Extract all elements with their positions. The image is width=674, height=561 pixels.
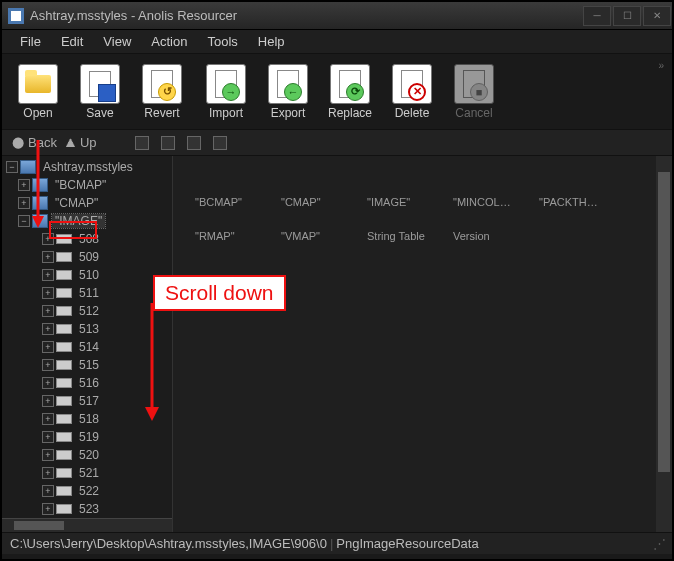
image-resource-icon (56, 450, 72, 460)
tree-image-item[interactable]: +511 (4, 284, 172, 302)
tree-image-item[interactable]: +515 (4, 356, 172, 374)
image-resource-icon (56, 288, 72, 298)
revert-button[interactable]: ↺ Revert (134, 64, 190, 120)
menu-tools[interactable]: Tools (197, 31, 247, 52)
grid-item[interactable]: "CMAP" (281, 196, 343, 208)
menu-help[interactable]: Help (248, 31, 295, 52)
tree-group-cmap[interactable]: + "CMAP" (4, 194, 172, 212)
tree-group-bcmap[interactable]: + "BCMAP" (4, 176, 172, 194)
expand-icon[interactable]: + (42, 359, 54, 371)
save-button[interactable]: Save (72, 64, 128, 120)
replace-icon: ⟳ (330, 64, 370, 104)
maximize-button[interactable]: ☐ (613, 6, 641, 26)
tree-group-image[interactable]: − "IMAGE" (4, 212, 172, 230)
tree-image-item[interactable]: +509 (4, 248, 172, 266)
minimize-button[interactable]: ─ (583, 6, 611, 26)
up-arrow-icon: ⯅ (65, 137, 76, 149)
tree-image-item[interactable]: +521 (4, 464, 172, 482)
view-small-icons[interactable] (161, 136, 175, 150)
toolbar-overflow-icon[interactable]: » (658, 60, 664, 71)
delete-icon: ✕ (392, 64, 432, 104)
grid-item[interactable]: "IMAGE" (367, 196, 429, 208)
expand-icon[interactable]: + (42, 485, 54, 497)
image-resource-icon (56, 414, 72, 424)
open-button[interactable]: Open (10, 64, 66, 120)
view-large-icons[interactable] (135, 136, 149, 150)
collapse-icon[interactable]: − (6, 161, 18, 173)
grid-item[interactable]: "PACKTHE... (539, 196, 601, 208)
tree-image-item[interactable]: +519 (4, 428, 172, 446)
collapse-icon[interactable]: − (18, 215, 30, 227)
tree-root[interactable]: − Ashtray.msstyles (4, 158, 172, 176)
tree-image-item[interactable]: +520 (4, 446, 172, 464)
grid-item[interactable]: "BCMAP" (195, 196, 257, 208)
import-label: Import (209, 106, 243, 120)
expand-icon[interactable]: + (42, 269, 54, 281)
tree-label: 520 (76, 448, 102, 462)
tree-image-item[interactable]: +508 (4, 230, 172, 248)
expand-icon[interactable]: + (42, 305, 54, 317)
export-label: Export (271, 106, 306, 120)
grid-item[interactable]: String Table (367, 230, 429, 242)
expand-icon[interactable]: + (42, 323, 54, 335)
image-resource-icon (56, 252, 72, 262)
save-label: Save (86, 106, 113, 120)
grid-item[interactable]: "MINCOLO... (453, 196, 515, 208)
revert-icon: ↺ (142, 64, 182, 104)
expand-icon[interactable]: + (42, 395, 54, 407)
expand-icon[interactable]: + (42, 251, 54, 263)
delete-button[interactable]: ✕ Delete (384, 64, 440, 120)
expand-icon[interactable]: + (42, 377, 54, 389)
expand-icon[interactable]: + (42, 449, 54, 461)
tree-label: "IMAGE" (52, 214, 105, 228)
expand-icon[interactable]: + (42, 503, 54, 515)
expand-icon[interactable]: + (18, 179, 30, 191)
export-icon: ← (268, 64, 308, 104)
tree-image-item[interactable]: +523 (4, 500, 172, 518)
menu-file[interactable]: File (10, 31, 51, 52)
resize-grip-icon[interactable]: ⋰ (653, 536, 664, 551)
image-resource-icon (56, 486, 72, 496)
expand-icon[interactable]: + (42, 233, 54, 245)
window-controls: ─ ☐ ✕ (582, 6, 672, 26)
menu-view[interactable]: View (93, 31, 141, 52)
image-resource-icon (56, 432, 72, 442)
expand-icon[interactable]: + (42, 413, 54, 425)
replace-label: Replace (328, 106, 372, 120)
grid-item[interactable]: Version (453, 230, 515, 242)
image-resource-icon (56, 342, 72, 352)
export-button[interactable]: ← Export (260, 64, 316, 120)
back-button[interactable]: ⬤ Back (12, 135, 57, 150)
tree-image-item[interactable]: +514 (4, 338, 172, 356)
view-list[interactable] (187, 136, 201, 150)
tree-image-item[interactable]: +510 (4, 266, 172, 284)
image-resource-icon (56, 360, 72, 370)
status-separator: | (330, 536, 333, 551)
tree-image-item[interactable]: +522 (4, 482, 172, 500)
up-button[interactable]: ⯅ Up (65, 135, 97, 150)
expand-icon[interactable]: + (42, 287, 54, 299)
tree-label: 521 (76, 466, 102, 480)
content-panel: "BCMAP" "CMAP" "IMAGE" "MINCOLO... "PACK… (173, 156, 672, 532)
tree-image-item[interactable]: +517 (4, 392, 172, 410)
view-details[interactable] (213, 136, 227, 150)
grid-item[interactable]: "RMAP" (195, 230, 257, 242)
expand-icon[interactable]: + (42, 341, 54, 353)
tree-image-item[interactable]: +518 (4, 410, 172, 428)
expand-icon[interactable]: + (42, 467, 54, 479)
close-button[interactable]: ✕ (643, 6, 671, 26)
grid-item[interactable]: "VMAP" (281, 230, 343, 242)
tree-image-item[interactable]: +513 (4, 320, 172, 338)
expand-icon[interactable]: + (18, 197, 30, 209)
menu-action[interactable]: Action (141, 31, 197, 52)
tree-horizontal-scrollbar[interactable] (2, 518, 172, 532)
menu-edit[interactable]: Edit (51, 31, 93, 52)
content-vertical-scrollbar[interactable] (656, 156, 672, 532)
replace-button[interactable]: ⟳ Replace (322, 64, 378, 120)
tree-image-item[interactable]: +512 (4, 302, 172, 320)
tree-image-item[interactable]: +516 (4, 374, 172, 392)
expand-icon[interactable]: + (42, 431, 54, 443)
resource-tree[interactable]: − Ashtray.msstyles + "BCMAP" + "CMAP" − … (2, 156, 172, 520)
save-icon (80, 64, 120, 104)
import-button[interactable]: → Import (198, 64, 254, 120)
